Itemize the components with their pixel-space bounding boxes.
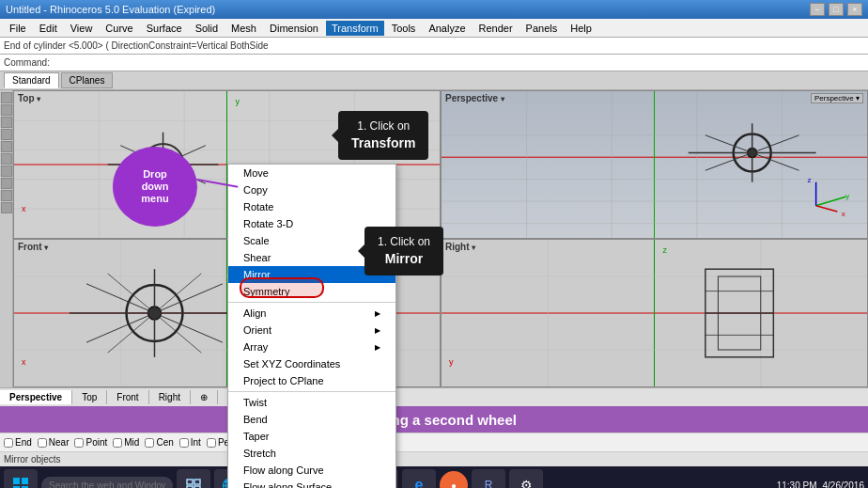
taskbar-app-extra[interactable]: ⚙ <box>509 469 543 488</box>
menu-help[interactable]: Help <box>565 21 597 36</box>
sidebar-icon-10[interactable] <box>1 202 12 213</box>
menu-move[interactable]: Move <box>228 165 395 181</box>
sidebar-icon-2[interactable] <box>1 104 12 116</box>
taskbar-rhinoceros[interactable]: R <box>472 469 505 488</box>
taskbar-right: 11:30 PM 4/26/2016 <box>777 480 864 489</box>
menu-stretch[interactable]: Stretch <box>228 445 395 462</box>
osnap-point-check[interactable] <box>74 438 84 448</box>
sidebar-icon-7[interactable] <box>1 165 12 177</box>
commandline: End of cylinder <5.000> ( DirectionConst… <box>0 38 868 55</box>
menu-analyze[interactable]: Analyze <box>423 21 471 36</box>
taskbar-ie[interactable]: e <box>402 469 436 488</box>
start-button[interactable] <box>4 469 38 488</box>
taskbar-search[interactable] <box>41 477 173 489</box>
menu-project[interactable]: Project to CPlane <box>228 372 395 389</box>
osnap-int-check[interactable] <box>179 438 189 448</box>
taskbar-task-view[interactable] <box>177 469 210 488</box>
maximize-button[interactable]: □ <box>829 3 844 16</box>
sidebar-icon-5[interactable] <box>1 141 12 152</box>
menubar: File Edit View Curve Surface Solid Mesh … <box>0 19 868 38</box>
menu-align[interactable]: Align▶ <box>228 305 395 322</box>
osnap-mid: Mid <box>113 437 139 448</box>
taskbar-circle[interactable]: ● <box>440 471 468 488</box>
status-tab-front[interactable]: Front <box>107 390 148 404</box>
status-tab-add[interactable]: ⊕ <box>191 390 218 404</box>
tooltip-transform: 1. Click on Transform <box>338 111 428 160</box>
sidebar-icon-1[interactable] <box>1 92 12 103</box>
close-button[interactable]: × <box>847 3 862 16</box>
menu-file[interactable]: File <box>4 21 32 36</box>
svg-rect-73 <box>187 480 193 484</box>
creating-wheel-banner: Creating a second wheel <box>0 406 868 433</box>
svg-text:z: z <box>663 245 668 255</box>
tab-standard[interactable]: Standard <box>4 72 59 88</box>
menu-taper[interactable]: Taper <box>228 428 395 445</box>
perspective-ctrl-btn[interactable]: Perspective ▾ <box>811 93 863 103</box>
menu-dimension[interactable]: Dimension <box>264 21 324 36</box>
separator-2 <box>228 391 395 392</box>
menu-orient[interactable]: Orient▶ <box>228 322 395 338</box>
menu-mesh[interactable]: Mesh <box>225 21 262 36</box>
svg-rect-69 <box>13 478 20 484</box>
sidebar-icon-4[interactable] <box>1 129 12 140</box>
osnap-cen-check[interactable] <box>145 438 154 448</box>
viewport-front-label: Front ▾ <box>18 242 48 252</box>
sidebar-icon-8[interactable] <box>1 178 12 189</box>
sidebar-icon-9[interactable] <box>1 190 12 201</box>
tooltip-mirror: 1. Click on Mirror <box>364 227 443 275</box>
osnap-mid-check[interactable] <box>113 438 122 448</box>
statusbar: Perspective Top Front Right ⊕ <box>0 387 868 406</box>
menu-surface[interactable]: Surface <box>141 21 188 36</box>
svg-text:y: y <box>449 357 454 367</box>
taskbar: 🌐 🛍 ✉ 🏠 📁 e ● R ⚙ 11:30 PM 4/26/2016 <box>0 466 868 488</box>
sidebar-icon-3[interactable] <box>1 117 12 128</box>
sidebar-icon-6[interactable] <box>1 153 12 165</box>
osnap-near-check[interactable] <box>38 438 47 448</box>
osnap-perp-check[interactable] <box>207 438 216 448</box>
menu-setxyz[interactable]: Set XYZ Coordinates <box>228 355 395 372</box>
menu-tools[interactable]: Tools <box>386 21 422 36</box>
menu-copy[interactable]: Copy <box>228 181 395 198</box>
menu-solid[interactable]: Solid <box>190 21 224 36</box>
viewport-right[interactable]: Right ▾ y z <box>441 239 868 387</box>
osnap-near: Near <box>38 437 70 448</box>
commandline-text: End of cylinder <5.000> ( DirectionConst… <box>4 40 269 51</box>
menu-twist[interactable]: Twist <box>228 394 395 411</box>
viewport-top-label: Top ▾ <box>18 93 40 103</box>
viewport-perspective[interactable]: Perspective ▾ Perspective ▾ <box>441 90 868 239</box>
menu-flow-surface[interactable]: Flow along Surface <box>228 479 395 488</box>
bubble-text: Drop down menu <box>141 168 168 206</box>
menu-rotate[interactable]: Rotate <box>228 198 395 215</box>
tooltip-transform-line1: 1. Click on <box>351 118 415 134</box>
separator-1 <box>228 302 395 303</box>
perspective-controls: Perspective ▾ <box>811 93 863 103</box>
osnap-int: Int <box>179 437 201 448</box>
status-tab-top[interactable]: Top <box>72 390 107 404</box>
titlebar-title: Untitled - Rhinoceros 5.0 Evaluation (Ex… <box>6 4 215 15</box>
menu-panels[interactable]: Panels <box>520 21 564 36</box>
svg-rect-70 <box>22 478 28 484</box>
grid-svg-perspective: y x z <box>442 91 867 238</box>
tabbar: Standard CPlanes <box>0 71 868 90</box>
tooltip-mirror-line2: Mirror <box>378 250 430 269</box>
menu-transform[interactable]: Transform <box>326 21 384 36</box>
dropdown-menu: Move Copy Rotate Rotate 3-D Scale▶ Shear… <box>227 164 396 488</box>
menu-array[interactable]: Array▶ <box>228 338 395 355</box>
tab-cplanes[interactable]: CPlanes <box>61 72 114 88</box>
minimize-button[interactable]: − <box>810 3 825 16</box>
menu-curve[interactable]: Curve <box>100 21 138 36</box>
tooltip1-arrow <box>325 129 338 142</box>
svg-rect-74 <box>194 480 200 484</box>
menu-bend[interactable]: Bend <box>228 411 395 428</box>
menu-flow-curve[interactable]: Flow along Curve <box>228 462 395 479</box>
command-label: Command: <box>4 57 50 68</box>
menu-view[interactable]: View <box>65 21 99 36</box>
menu-edit[interactable]: Edit <box>34 21 63 36</box>
viewport-right-label: Right ▾ <box>445 242 475 252</box>
status-tab-right[interactable]: Right <box>149 390 191 404</box>
taskbar-date: 4/26/2016 <box>823 480 865 489</box>
menu-render[interactable]: Render <box>473 21 519 36</box>
status-tab-perspective[interactable]: Perspective <box>0 390 72 404</box>
svg-text:x: x <box>22 357 26 367</box>
osnap-end-check[interactable] <box>4 438 13 448</box>
